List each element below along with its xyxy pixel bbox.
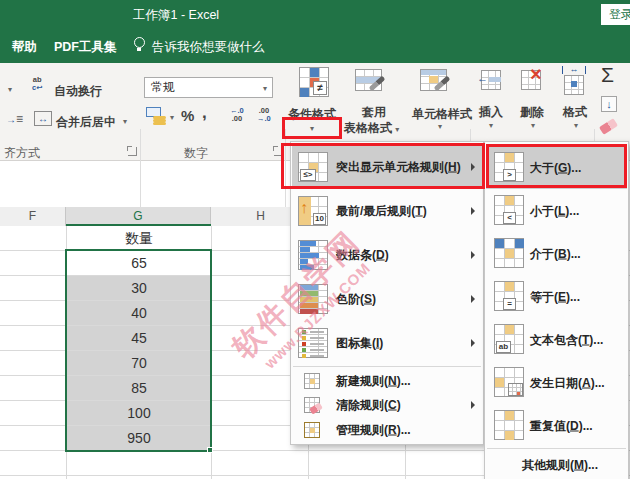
date-occurring-icon <box>494 367 524 397</box>
less-than-icon: < <box>494 195 524 225</box>
number-format-select[interactable]: 常规 ▾ <box>144 77 273 98</box>
tab-pdf-tools[interactable]: PDF工具集 <box>54 39 117 56</box>
submenu-arrow-icon <box>471 295 475 303</box>
submenu-item-less-than[interactable]: < 小于(L)... <box>486 189 627 232</box>
conditional-formatting-button[interactable]: 条件格式 <box>288 106 336 123</box>
submenu-item-greater-than[interactable]: > 大于(G)... <box>486 146 627 189</box>
column-header-f[interactable]: F <box>0 207 66 226</box>
indent-icon[interactable]: →≡ <box>6 112 23 126</box>
conditional-formatting-icon: ≠ <box>299 67 329 97</box>
format-as-table-icon <box>355 67 389 99</box>
submenu-item-equal-to[interactable]: = 等于(E)... <box>486 275 627 318</box>
lightbulb-icon <box>134 37 145 48</box>
tab-help[interactable]: 帮助 <box>12 39 37 56</box>
number-group-label: 数字 <box>184 145 208 162</box>
tell-me-box[interactable]: 告诉我你想要做什么 <box>152 39 265 56</box>
conditional-formatting-caret-icon[interactable]: ▾ <box>310 125 314 133</box>
submenu-item-date-occurring[interactable]: 发生日期(A)... <box>486 361 627 404</box>
insert-cells-icon: ← <box>479 70 503 94</box>
delete-caret-icon[interactable]: ▾ <box>531 122 535 130</box>
format-caret-icon[interactable]: ▾ <box>574 122 578 130</box>
percent-style-button[interactable]: % <box>181 107 194 124</box>
number-format-caret-icon: ▾ <box>263 85 267 93</box>
menu-item-top-bottom-rules[interactable]: ↑ 10 最前/最后规则(T) <box>292 189 482 233</box>
menu-item-highlight-cells-rules[interactable]: ≤> 突出显示单元格规则(H) <box>292 145 482 189</box>
merge-center-caret-icon[interactable]: ▾ <box>123 118 127 126</box>
format-button[interactable]: 格式 <box>563 104 587 121</box>
wrap-text-icon: abc↩ <box>32 76 42 92</box>
submenu-item-between[interactable]: 介于(B)... <box>486 232 627 275</box>
text-contains-icon: ab <box>494 324 524 354</box>
cell-styles-button[interactable]: 单元格样式 <box>412 106 472 123</box>
manage-rules-icon <box>304 422 320 438</box>
submenu-arrow-icon <box>471 163 475 171</box>
delete-cells-icon: × <box>521 70 547 94</box>
fill-button[interactable]: ↓ <box>601 96 617 112</box>
highlight-cells-rules-submenu: > 大于(G)... < 小于(L)... 介于(B)... = 等于( <box>484 141 629 479</box>
submenu-arrow-icon <box>471 207 475 215</box>
autosum-button[interactable]: Σ <box>601 63 614 87</box>
new-rule-icon <box>304 373 320 389</box>
merge-center-icon: ↔ <box>34 111 52 126</box>
wrap-text-button[interactable]: 自动换行 <box>54 83 102 100</box>
merge-center-button[interactable]: 合并后居中 <box>56 114 116 131</box>
between-icon <box>494 238 524 268</box>
insert-caret-icon[interactable]: ▾ <box>489 122 493 130</box>
alignment-group-label: 齐方式 <box>4 145 40 162</box>
menu-item-color-scales[interactable]: 色阶(S) <box>292 277 482 321</box>
data-bars-icon <box>298 240 328 270</box>
top-bottom-rules-icon: ↑ 10 <box>298 196 328 226</box>
submenu-item-more-rules[interactable]: 其他规则(M)... <box>486 450 627 479</box>
menu-item-new-rule[interactable]: 新建规则(N)... <box>292 369 482 393</box>
submenu-arrow-icon <box>471 251 475 259</box>
selected-column-indicator <box>66 224 211 226</box>
submenu-item-text-contains[interactable]: ab 文本包含(T)... <box>486 318 627 361</box>
menu-item-clear-rules[interactable]: 清除规则(C) <box>292 393 482 417</box>
submenu-item-duplicate-values[interactable]: 重复值(D)... <box>486 404 627 447</box>
decrease-decimal-icon[interactable]: .00→.0 <box>257 107 271 123</box>
comma-style-button[interactable]: , <box>202 103 207 123</box>
sign-in-button[interactable]: 登录 <box>601 4 630 25</box>
insert-button[interactable]: 插入 <box>479 104 503 121</box>
number-dialog-launcher-icon[interactable] <box>274 147 283 156</box>
menu-item-manage-rules[interactable]: 管理规则(R)... <box>292 417 482 443</box>
window-title: 工作簿1 - Excel <box>133 7 219 24</box>
alignment-dialog-launcher-icon[interactable] <box>128 147 137 156</box>
increase-decimal-icon[interactable]: ←.0.00 <box>230 107 244 123</box>
title-bar: 工作簿1 - Excel 登录 <box>0 0 630 28</box>
submenu-arrow-icon <box>471 339 475 347</box>
orientation-caret-icon[interactable]: ▾ <box>8 86 12 94</box>
excel-window: 工作簿1 - Excel 登录 帮助 PDF工具集 告诉我你想要做什么 ▾ ab… <box>0 0 630 479</box>
selection-border <box>65 249 212 452</box>
highlight-cells-rules-icon: ≤> <box>298 152 328 182</box>
menu-item-data-bars[interactable]: 数据条(D) <box>292 233 482 277</box>
equal-to-icon: = <box>494 281 524 311</box>
ribbon-tab-row: 帮助 PDF工具集 告诉我你想要做什么 <box>0 28 630 63</box>
icon-sets-icon <box>298 328 328 358</box>
greater-than-icon: > <box>494 152 524 182</box>
format-as-table-button[interactable]: 套用 <box>354 104 394 121</box>
clear-eraser-icon[interactable] <box>599 118 618 135</box>
format-as-table-button-line2[interactable]: 表格格式 ▾ <box>344 120 399 137</box>
accounting-format-icon[interactable] <box>146 107 168 125</box>
submenu-arrow-icon <box>471 401 475 409</box>
cell-g-header[interactable]: 数量 <box>67 226 211 251</box>
conditional-formatting-menu: ≤> 突出显示单元格规则(H) ↑ 10 最前/最后规则(T) 数据条(D) <box>290 141 484 445</box>
color-scales-icon <box>298 284 328 314</box>
fill-handle[interactable] <box>207 447 213 453</box>
delete-button[interactable]: 删除 <box>520 104 544 121</box>
clear-rules-icon <box>304 397 320 413</box>
cell-styles-icon <box>420 67 454 99</box>
accounting-caret-icon[interactable]: ▾ <box>170 114 174 122</box>
format-cells-icon: ↔ <box>562 66 588 96</box>
cell-styles-caret-icon[interactable]: ▾ <box>438 123 442 131</box>
duplicate-values-icon <box>494 410 524 440</box>
menu-item-icon-sets[interactable]: 图标集(I) <box>292 321 482 365</box>
